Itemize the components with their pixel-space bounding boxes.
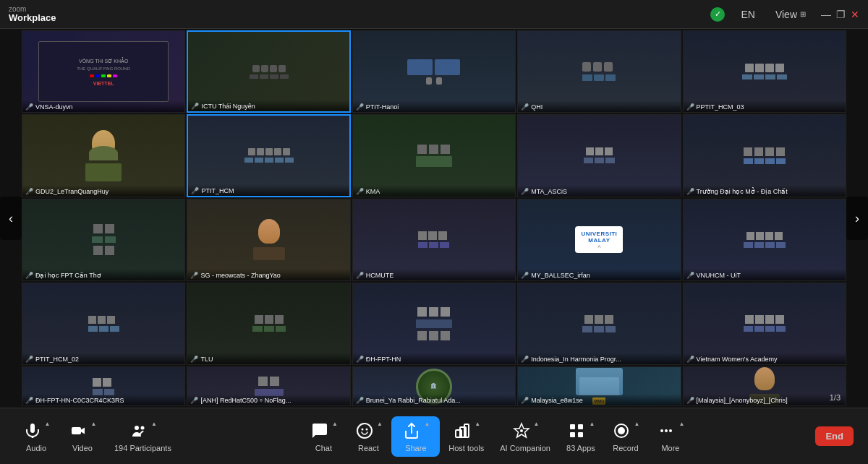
table-row: 🎤 PPTIT_HCM_03: [683, 30, 846, 113]
ai-companion-label: AI Companion: [500, 444, 550, 452]
maximize-button[interactable]: ❐: [836, 10, 845, 19]
svg-rect-12: [570, 424, 575, 429]
audio-label: Audio: [26, 444, 46, 452]
table-row: 🎤 PTIT_HCM: [187, 114, 350, 197]
mic-muted-icon: 🎤: [25, 272, 33, 279]
mic-muted-icon: 🎤: [25, 103, 33, 111]
react-label: React: [358, 444, 379, 452]
share-chevron-icon: ▲: [424, 421, 430, 427]
mic-muted-icon: 🎤: [521, 356, 529, 363]
toolbar-left: ▲ Audio ▲ Video: [14, 416, 179, 457]
end-label: End: [825, 431, 843, 442]
svg-rect-0: [72, 427, 81, 434]
participant-label: 🎤 Indonesia_In Harmonia Progr...: [518, 353, 680, 364]
svg-point-4: [361, 428, 363, 430]
svg-point-18: [660, 429, 663, 432]
table-row: 🎤 Trường Đại học Mở - Địa Chất: [683, 114, 846, 197]
zoom-logo: zoom Workplace: [9, 6, 56, 22]
audio-button[interactable]: ▲ Audio: [14, 416, 58, 457]
title-bar: zoom Workplace ✓ EN View ⊞ — ❐ ✕: [0, 0, 868, 29]
language-button[interactable]: EN: [736, 6, 759, 23]
mic-muted-icon: 🎤: [191, 187, 199, 194]
audio-chevron-icon: ▲: [45, 421, 51, 427]
share-button[interactable]: ▲ Share: [391, 416, 440, 457]
svg-rect-15: [578, 432, 583, 437]
react-button[interactable]: ▲ React: [346, 416, 390, 457]
participant-label: 🎤 ICTU Thái Nguyên: [188, 100, 349, 111]
table-row: 🎤 SG - meowcats - ZhangYao: [187, 199, 350, 281]
participant-label: 🎤 VNSA-duyvn: [22, 100, 184, 112]
toolbar: ▲ Audio ▲ Video: [0, 408, 868, 464]
mic-muted-icon: 🎤: [191, 103, 199, 110]
grid-icon: ⊞: [800, 10, 806, 18]
table-row: 🏛️ 🎤 Brunei_Ya Rabbi_Rabiatul Ada...: [352, 366, 516, 406]
participant-label: 🎤 GDU2_LeTranQuangHuy: [22, 185, 184, 197]
chat-chevron-icon: ▲: [332, 421, 338, 427]
video-button[interactable]: ▲ Video: [61, 416, 104, 457]
previous-page-button[interactable]: ‹: [0, 197, 22, 240]
host-tools-button[interactable]: ▲ Host tools: [441, 416, 491, 457]
table-row: 🎤 [ANH] RedHatC500 ÷ NoFlag...: [187, 366, 350, 406]
table-row: 🎤 TLU: [187, 283, 350, 365]
mic-muted-icon: 🎤: [356, 188, 364, 195]
chat-button[interactable]: ▲ Chat: [302, 416, 345, 457]
window-controls: — ❐ ✕: [822, 10, 859, 19]
zoom-logo-title: Workplace: [9, 13, 56, 22]
mic-muted-icon: 🎤: [25, 397, 33, 404]
more-chevron-icon: ▲: [678, 421, 684, 427]
participant-label: 🎤 PTIT_HCM: [188, 184, 349, 196]
mic-muted-icon: 🎤: [190, 397, 198, 404]
ai-companion-chevron-icon: ▲: [534, 421, 540, 427]
apps-button[interactable]: ▲ 83 Apps: [559, 416, 603, 457]
table-row: VÒNG THI SƠ KHẢO THE QUALIFYING ROUND VI…: [22, 30, 185, 113]
table-row: 🎤 PTIT-Hanoi: [352, 30, 516, 113]
video-grid: VÒNG THI SƠ KHẢO THE QUALIFYING ROUND VI…: [22, 30, 846, 406]
host-tools-chevron-icon: ▲: [475, 421, 480, 427]
table-row: 🎤 VNUHCM - UiT: [683, 199, 846, 281]
participant-label: 🎤 PPTIT_HCM_03: [684, 100, 846, 112]
share-label: Share: [405, 444, 426, 452]
svg-rect-13: [578, 424, 583, 429]
host-tools-icon: [452, 421, 472, 441]
end-button[interactable]: End: [815, 426, 854, 446]
mic-muted-icon: 🎤: [686, 397, 694, 404]
close-button[interactable]: ✕: [851, 10, 859, 19]
view-button[interactable]: View ⊞: [771, 6, 810, 23]
react-chevron-icon: ▲: [377, 421, 383, 427]
next-page-button[interactable]: ›: [846, 197, 868, 240]
more-button[interactable]: ▲ More: [649, 416, 692, 457]
table-row: MMU 🎤 Malaysia_e8w1se: [517, 366, 681, 406]
svg-point-5: [365, 428, 367, 430]
security-shield-icon[interactable]: ✓: [710, 7, 725, 22]
participants-button[interactable]: ▲ 194 Participants: [107, 416, 179, 457]
table-row: 🎤 PTIT_HCM_02: [22, 283, 185, 365]
mic-muted-icon: 🎤: [521, 103, 529, 111]
minimize-button[interactable]: —: [822, 10, 830, 19]
svg-rect-14: [570, 432, 575, 437]
chat-label: Chat: [315, 444, 332, 452]
table-row: 🎤 ICTU Thái Nguyên: [187, 30, 350, 113]
svg-point-2: [140, 426, 144, 429]
participants-icon: [129, 421, 149, 441]
table-row: 🎤 QHI: [517, 30, 681, 113]
mic-muted-icon: 🎤: [686, 103, 694, 111]
ai-companion-icon: [511, 421, 532, 441]
mic-muted-icon: 🎤: [190, 272, 198, 279]
mic-muted-icon: 🎤: [356, 103, 364, 111]
video-chevron-icon: ▲: [91, 421, 97, 427]
mic-muted-icon: 🎤: [686, 356, 694, 363]
host-tools-label: Host tools: [448, 444, 484, 452]
participant-label: 🎤 ĐH-FPT-HN-C0C3CR4CK3RS: [22, 394, 184, 405]
table-row: 🎤 GDU2_LeTranQuangHuy: [22, 114, 185, 197]
mic-muted-icon: 🎤: [686, 272, 694, 279]
react-icon: [354, 421, 375, 441]
audio-icon: [22, 421, 43, 441]
table-row: 🎤 Vietnam Women's Academy: [683, 283, 846, 365]
participant-label: 🎤 Brunei_Ya Rabbi_Rabiatul Ada...: [353, 394, 515, 405]
participant-label: 🎤 PTIT_HCM_02: [22, 353, 184, 364]
record-chevron-icon: ▲: [634, 421, 639, 427]
participant-label: 🎤 [Malaysia]_[Anonyboyz]_[Chris]: [684, 394, 846, 405]
record-button[interactable]: ▲ Record: [604, 416, 647, 457]
ai-companion-button[interactable]: ▲ AI Companion: [493, 416, 558, 457]
participant-label: 🎤 Đại học FPT Cần Thơ: [22, 269, 184, 280]
